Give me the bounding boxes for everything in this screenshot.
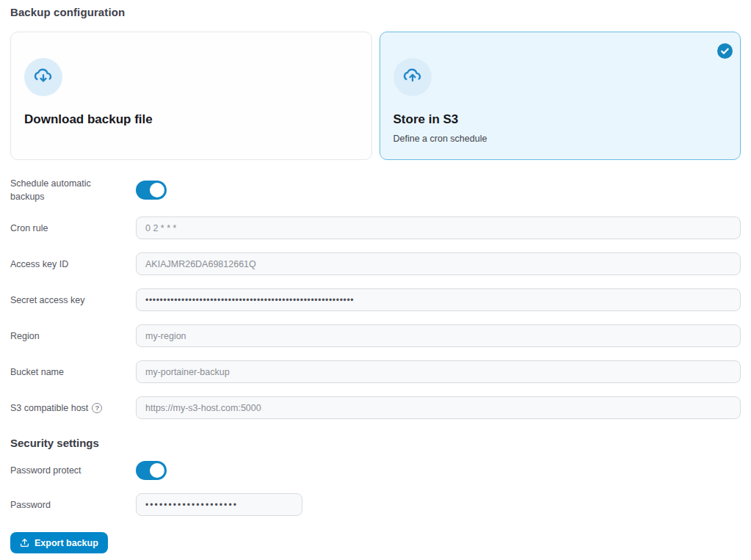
option-title-s3: Store in S3	[393, 112, 728, 127]
backup-configuration-page: Backup configuration Download backup fil…	[0, 0, 751, 560]
cloud-download-icon	[24, 58, 62, 96]
password-input[interactable]	[136, 493, 302, 516]
password-protect-toggle[interactable]	[136, 461, 167, 480]
region-input[interactable]	[136, 324, 741, 347]
option-download-backup-file[interactable]: Download backup file	[10, 32, 372, 160]
security-settings-title: Security settings	[10, 437, 741, 449]
cloud-upload-icon	[393, 58, 432, 96]
bucket-name-label: Bucket name	[10, 366, 136, 379]
export-backup-button[interactable]: Export backup	[10, 532, 108, 553]
upload-icon	[20, 538, 29, 548]
cron-rule-input[interactable]	[136, 217, 741, 239]
row-schedule-automatic-backups: Schedule automatic backups	[10, 177, 741, 203]
region-label: Region	[10, 330, 136, 343]
row-password-protect: Password protect	[10, 461, 741, 480]
s3-host-input[interactable]	[136, 396, 741, 419]
row-password: Password	[10, 493, 741, 516]
bucket-name-input[interactable]	[136, 360, 741, 383]
row-s3-compatible-host: S3 compatible host ?	[10, 396, 741, 419]
page-title: Backup configuration	[10, 6, 741, 18]
access-key-id-label: Access key ID	[10, 258, 136, 271]
row-region: Region	[10, 324, 741, 347]
s3-host-label-wrap: S3 compatible host ?	[10, 401, 136, 415]
schedule-backups-toggle[interactable]	[136, 181, 167, 200]
password-protect-label: Password protect	[10, 464, 136, 477]
option-store-in-s3[interactable]: Store in S3 Define a cron schedule	[380, 32, 741, 160]
backup-method-selector: Download backup file Store in S3 Define …	[10, 32, 741, 160]
row-bucket-name: Bucket name	[10, 360, 741, 383]
option-subtitle-s3: Define a cron schedule	[393, 134, 728, 144]
toggle-knob	[150, 183, 164, 197]
s3-host-label: S3 compatible host	[10, 401, 88, 415]
selected-check-icon	[717, 43, 733, 59]
schedule-backups-label: Schedule automatic backups	[10, 177, 136, 203]
row-access-key-id: Access key ID	[10, 252, 741, 275]
secret-access-key-input[interactable]	[136, 288, 741, 311]
row-cron-rule: Cron rule	[10, 217, 741, 239]
secret-access-key-label: Secret access key	[10, 294, 136, 307]
row-secret-access-key: Secret access key	[10, 288, 741, 311]
help-icon[interactable]: ?	[92, 403, 102, 413]
password-label: Password	[10, 498, 136, 512]
option-title-download: Download backup file	[24, 112, 358, 127]
export-backup-label: Export backup	[35, 538, 98, 548]
access-key-id-input[interactable]	[136, 252, 741, 275]
toggle-knob	[150, 463, 164, 478]
cron-rule-label: Cron rule	[10, 222, 136, 235]
